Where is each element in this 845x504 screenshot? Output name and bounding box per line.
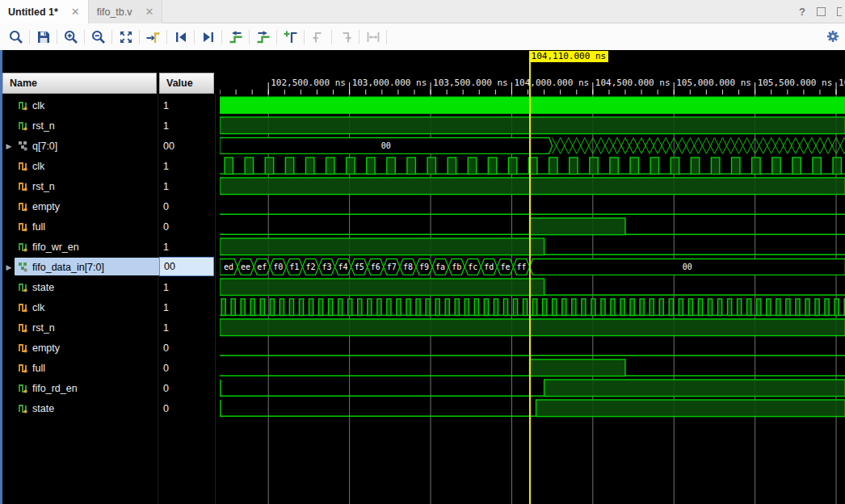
settings-button[interactable] <box>823 27 843 46</box>
wave-row-state[interactable] <box>220 398 845 418</box>
signal-row-clk[interactable]: clk <box>2 297 158 317</box>
signal-row-state[interactable]: state <box>2 277 158 297</box>
tab-untitled[interactable]: Untitled 1* ✕ <box>0 0 89 24</box>
wave-row-empty[interactable] <box>220 338 845 358</box>
span-markers-icon <box>365 29 381 45</box>
svg-text:fc: fc <box>468 262 477 271</box>
span-markers-button[interactable] <box>362 27 384 48</box>
wave-row-state[interactable] <box>220 277 845 297</box>
maximize-window-icon[interactable] <box>837 7 842 16</box>
cursor-time-badge[interactable]: 104,110.000 ns <box>529 51 609 62</box>
wave-toolbar <box>0 23 845 50</box>
wave-row-clk[interactable] <box>220 297 845 317</box>
signal-row-full[interactable]: full <box>2 358 158 378</box>
signal-value[interactable]: 00 <box>159 257 214 276</box>
previous-edge-button[interactable] <box>170 27 191 48</box>
search-button[interactable] <box>5 27 27 48</box>
signal-row-state[interactable]: state <box>2 398 158 418</box>
signal-row-empty[interactable]: empty <box>2 196 158 216</box>
zoom-fit-icon <box>118 29 134 45</box>
expand-arrow-icon[interactable]: ▶ <box>4 263 14 271</box>
wave-row-clk[interactable] <box>220 156 845 176</box>
expand-arrow-icon[interactable]: ▶ <box>4 142 14 150</box>
signal-value[interactable]: 1 <box>159 95 214 116</box>
zoom-out-button[interactable] <box>87 27 109 48</box>
close-icon[interactable]: ✕ <box>145 6 154 18</box>
time-cursor[interactable] <box>529 62 531 504</box>
float-window-icon[interactable] <box>817 7 826 16</box>
next-transition-icon <box>255 29 271 45</box>
svg-text:106,000.000 ns: 106,000.000 ns <box>839 78 845 88</box>
signal-row-rst_n[interactable]: rst_n <box>2 116 158 136</box>
add-marker-button[interactable] <box>280 27 301 48</box>
wave-row-rst_n[interactable] <box>220 116 845 136</box>
column-divider[interactable] <box>158 94 158 504</box>
next-transition-button[interactable] <box>252 27 274 48</box>
svg-text:f3: f3 <box>322 262 332 271</box>
help-icon[interactable]: ? <box>799 6 805 18</box>
previous-transition-button[interactable] <box>225 27 246 48</box>
signal-value[interactable]: 0 <box>159 398 214 418</box>
signal-row-full[interactable]: full <box>2 216 158 237</box>
toolbar-separator <box>29 30 30 44</box>
svg-text:f5: f5 <box>355 262 364 271</box>
wave-row-fifo_data_in70[interactable]: edeeeff0f1f2f3f4f5f6f7f8f9fafbfcfdfeff00 <box>220 257 845 277</box>
wave-row-full[interactable] <box>220 358 845 378</box>
wave-row-fifo_rd_en[interactable] <box>220 378 845 398</box>
svg-text:fd: fd <box>484 262 494 271</box>
zoom-fit-button[interactable] <box>115 27 137 48</box>
signal-name: full <box>32 363 45 374</box>
next-edge-icon <box>200 29 217 45</box>
wave-row-full[interactable] <box>220 216 845 237</box>
signal-value[interactable]: 1 <box>159 317 214 338</box>
signal-value[interactable]: 1 <box>159 176 214 196</box>
value-column-header[interactable]: Value <box>159 73 214 94</box>
signal-row-fifo_wr_en[interactable]: fifo_wr_en <box>2 237 158 257</box>
signal-value[interactable]: 0 <box>159 358 214 378</box>
wave-row-q70[interactable]: 00 <box>220 136 845 156</box>
toolbar-separator <box>221 30 222 44</box>
wave-row-fifo_wr_en[interactable] <box>220 237 845 257</box>
wave-row-rst_n[interactable] <box>220 317 845 338</box>
signal-row-q70[interactable]: ▶q[7:0] <box>2 136 158 156</box>
signal-row-clk[interactable]: clk <box>2 156 158 176</box>
signal-row-empty[interactable]: empty <box>2 338 158 358</box>
signal-name: rst_n <box>32 120 55 132</box>
signal-row-rst_n[interactable]: rst_n <box>2 176 158 196</box>
signal-row-fifo_rd_en[interactable]: fifo_rd_en <box>2 378 158 398</box>
signal-value[interactable]: 0 <box>159 216 214 237</box>
signal-row-rst_n[interactable]: rst_n <box>2 317 158 338</box>
save-button[interactable] <box>32 27 54 48</box>
signal-name: state <box>32 282 54 293</box>
waveform-area[interactable]: 00edeeeff0f1f2f3f4f5f6f7f8f9fafbfcfdfeff… <box>220 95 845 418</box>
signal-value[interactable]: 1 <box>159 237 214 257</box>
bus-gray-icon <box>18 141 28 151</box>
sig-green-icon <box>18 282 28 292</box>
close-icon[interactable]: ✕ <box>71 6 80 18</box>
next-marker-button[interactable] <box>334 27 356 48</box>
tab-fifo-tb[interactable]: fifo_tb.v ✕ <box>89 0 163 23</box>
signal-value[interactable]: 0 <box>159 338 214 358</box>
toolbar-separator <box>194 30 195 44</box>
signal-row-fifo_data_in70[interactable]: ▶fifo_data_in[7:0] <box>2 257 158 277</box>
svg-text:fa: fa <box>435 262 445 271</box>
signal-value[interactable]: 1 <box>159 116 214 136</box>
signal-value[interactable]: 1 <box>159 156 214 176</box>
signal-name: clk <box>32 302 44 313</box>
signal-value[interactable]: 0 <box>159 196 214 216</box>
wave-row-empty[interactable] <box>220 196 845 216</box>
signal-value[interactable]: 00 <box>159 136 214 156</box>
next-edge-button[interactable] <box>197 27 219 48</box>
previous-marker-button[interactable] <box>307 27 329 48</box>
name-column-header[interactable]: Name <box>2 73 157 94</box>
signal-value[interactable]: 1 <box>159 277 214 297</box>
zoom-in-button[interactable] <box>60 27 82 48</box>
go-to-time-button[interactable] <box>142 27 164 48</box>
svg-text:ed: ed <box>224 262 233 271</box>
panel-divider[interactable] <box>215 94 216 504</box>
signal-row-clk[interactable]: clk <box>2 95 158 116</box>
wave-row-clk[interactable] <box>220 95 845 116</box>
signal-value[interactable]: 0 <box>159 378 214 398</box>
wave-row-rst_n[interactable] <box>220 176 845 196</box>
signal-value[interactable]: 1 <box>159 297 214 317</box>
